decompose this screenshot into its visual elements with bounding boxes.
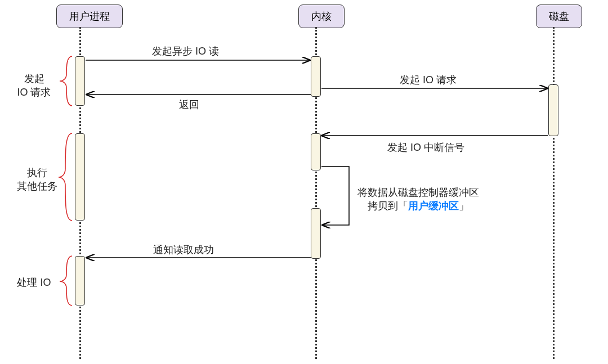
msg-return: 返回	[179, 98, 199, 111]
msg-async-read: 发起异步 IO 读	[152, 44, 219, 58]
msg-io-interrupt: 发起 IO 中断信号	[387, 141, 464, 154]
side-label-other-tasks: 执行 其他任务	[10, 166, 64, 194]
participant-kernel: 内核	[298, 5, 345, 28]
arrow-kernel-self-copy	[321, 167, 349, 225]
msg-notify-success: 通知读取成功	[153, 243, 214, 257]
msg-copy-data: 将数据从磁盘控制器缓冲区 拷贝到「用户缓冲区」	[357, 186, 479, 213]
activation-disk-1	[548, 84, 558, 136]
brace-handle-io	[60, 256, 72, 305]
activation-user-3	[75, 256, 85, 305]
arrows-layer	[0, 0, 608, 364]
participant-user-process: 用户进程	[56, 5, 123, 28]
participant-disk: 磁盘	[536, 5, 582, 28]
side-label-request-io: 发起 IO 请求	[10, 72, 58, 100]
lifeline-disk	[553, 27, 555, 359]
activation-kernel-3	[311, 208, 321, 259]
msg-io-request: 发起 IO 请求	[400, 73, 457, 87]
sequence-diagram: 用户进程 内核 磁盘 发起 IO 请求 执行 其他任务 处理 IO 发起异步 I…	[0, 0, 608, 364]
activation-kernel-1	[311, 56, 321, 97]
side-label-handle-io: 处理 IO	[10, 276, 58, 289]
brace-request-io	[60, 56, 72, 106]
activation-kernel-2	[311, 133, 321, 170]
activation-user-2	[75, 133, 85, 221]
activation-user-1	[75, 56, 85, 106]
